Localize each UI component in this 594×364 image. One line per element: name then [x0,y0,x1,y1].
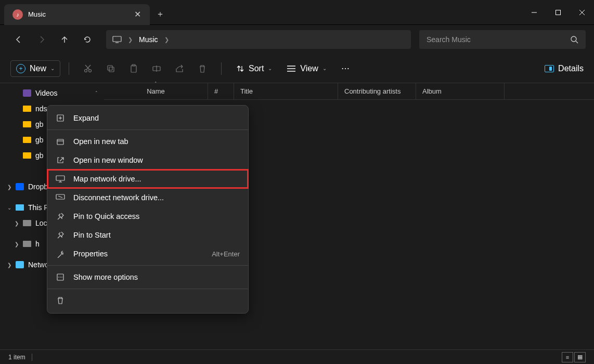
grid-view-toggle[interactable]: ▦ [574,352,586,362]
sidebar-item-label: gb [35,151,44,160]
column-album[interactable]: Album [416,83,505,99]
column-headers: ˄ Name # Title Contributing artists Albu… [104,83,594,100]
new-label: New [30,64,46,73]
sidebar-item-label: gb [35,120,44,128]
breadcrumb-location[interactable]: Music [139,35,158,44]
chevron-down-icon[interactable]: ⌄ [7,205,11,211]
rename-button[interactable] [146,58,167,79]
chevron-down-icon: ⌄ [268,66,272,71]
column-title[interactable]: Title [234,83,338,99]
svg-point-9 [89,69,92,72]
forward-button[interactable] [31,29,52,50]
ctx-map-network-drive[interactable]: Map network drive... [47,170,248,188]
svg-point-6 [571,36,576,42]
svg-rect-26 [56,176,64,180]
sidebar-item-videos[interactable]: Videos ˄ [0,85,104,101]
chevron-right-icon[interactable]: ❯ [7,184,11,190]
chevron-right-icon[interactable]: ❯ [7,262,11,268]
svg-rect-24 [57,139,63,145]
ctx-label: Properties [73,250,203,258]
ctx-label: Disconnect network drive... [73,193,240,202]
sidebar-item-label: Videos [35,89,58,97]
up-button[interactable] [54,29,75,50]
svg-rect-14 [131,66,136,72]
search-input[interactable] [427,35,570,44]
ctx-open-new-tab[interactable]: Open in new tab [47,132,248,151]
svg-point-8 [85,69,87,72]
list-view-toggle[interactable]: ≡ [562,352,573,362]
share-button[interactable] [169,58,190,79]
folder-icon [23,152,31,159]
sort-ascending-icon: ˄ [154,81,157,86]
ctx-disconnect-drive[interactable]: Disconnect network drive... [47,188,248,207]
tab-music[interactable]: ♪ Music ✕ [4,4,150,25]
chevron-right-icon[interactable]: ❯ [15,241,19,247]
pin-icon [56,212,65,220]
ctx-properties[interactable]: Properties Alt+Enter [47,244,248,263]
pc-icon [16,204,24,211]
close-window-button[interactable] [570,0,594,25]
sort-icon [236,64,244,73]
sidebar-item-label: h [35,240,40,248]
view-icon [287,65,296,72]
tab-title: Music [28,10,128,18]
new-tab-button[interactable]: ＋ [150,9,171,20]
delete-button[interactable] [192,58,213,79]
status-bar: 1 item ≡ ▦ [0,349,594,364]
ctx-label: Pin to Quick access [73,212,240,220]
close-tab-icon[interactable]: ✕ [133,10,141,19]
external-icon [56,156,65,164]
wrench-icon [56,250,65,258]
ctx-expand[interactable]: Expand [47,109,248,127]
svg-rect-13 [109,67,114,72]
svg-line-30 [58,196,62,198]
refresh-button[interactable] [77,29,98,50]
column-number[interactable]: # [208,83,234,99]
chevron-up-icon: ˄ [95,90,98,96]
ctx-show-more[interactable]: Show more options [47,268,248,287]
sort-button[interactable]: Sort ⌄ [230,58,278,79]
ctx-delete[interactable] [47,291,248,310]
svg-rect-12 [108,66,112,70]
minimize-button[interactable] [522,0,546,25]
toolbar: + New ⌄ Sort ⌄ View ⌄ ⋯ Details [0,54,594,83]
column-artists[interactable]: Contributing artists [338,83,416,99]
details-label: Details [558,64,584,73]
ctx-pin-start[interactable]: Pin to Start [47,226,248,244]
ctx-label: Open in new tab [73,137,240,146]
window-controls [522,0,594,25]
copy-button[interactable] [100,58,121,79]
navigation-bar: ❯ Music ❯ [0,25,594,54]
details-pane-icon [545,65,554,72]
view-button[interactable]: View ⌄ [280,58,332,79]
ctx-open-new-window[interactable]: Open in new window [47,151,248,170]
search-box[interactable] [419,30,586,49]
folder-icon [23,106,31,112]
pin-icon [56,231,65,239]
sidebar-item-label: nds [35,105,47,113]
disk-icon [23,220,31,226]
more-options-icon [56,273,65,281]
details-pane-button[interactable]: Details [545,64,584,73]
ctx-label: Pin to Start [73,231,240,239]
chevron-right-icon[interactable]: ❯ [164,36,169,43]
svg-line-7 [576,41,578,43]
dropbox-icon [16,183,24,190]
new-button[interactable]: + New ⌄ [10,60,60,77]
paste-button[interactable] [123,58,144,79]
chevron-right-icon[interactable]: ❯ [15,220,19,226]
back-button[interactable] [8,29,29,50]
cut-button[interactable] [78,58,98,79]
network-drive-icon [56,175,65,183]
search-icon[interactable] [570,35,578,44]
more-button[interactable]: ⋯ [335,58,356,79]
breadcrumb[interactable]: ❯ Music ❯ [106,30,411,49]
disconnect-icon [56,194,65,201]
column-name[interactable]: ˄ Name [104,83,208,99]
pc-icon [112,36,122,43]
disk-icon [23,241,31,247]
sidebar-item-label: gb [35,136,44,144]
ctx-pin-quick-access[interactable]: Pin to Quick access [47,207,248,226]
maximize-button[interactable] [546,0,570,25]
title-bar: ♪ Music ✕ ＋ [0,0,594,25]
